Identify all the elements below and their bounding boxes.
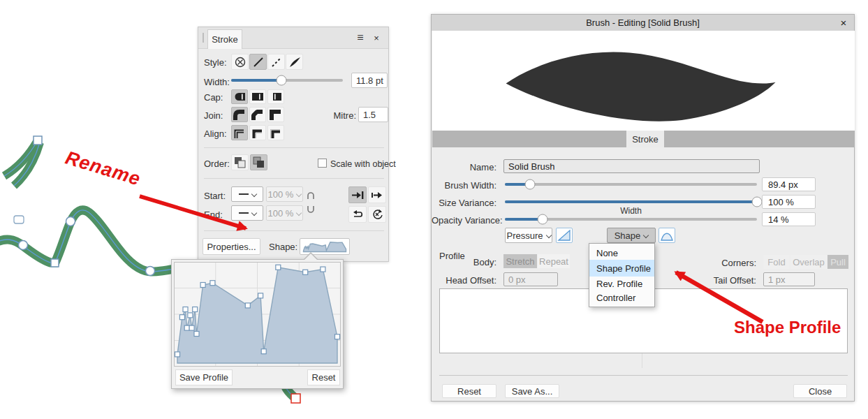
cap-label: Cap:: [204, 92, 223, 103]
shape-profile-button[interactable]: [659, 228, 675, 243]
profile-control-point[interactable]: [193, 307, 198, 312]
profile-control-point[interactable]: [303, 270, 308, 274]
arrow-to-bar-button[interactable]: [348, 186, 367, 203]
order-behind-button[interactable]: [231, 154, 249, 170]
menu-item-rev-profile[interactable]: Rev. Profile: [589, 277, 654, 291]
chevron-down-icon: [296, 191, 302, 197]
brush-width-slider-thumb[interactable]: [525, 179, 536, 190]
order-front-button[interactable]: [250, 154, 267, 170]
brush-width-value[interactable]: 89.4 px: [762, 177, 816, 191]
opacity-variance-slider-thumb[interactable]: [538, 214, 548, 225]
cap-round-button[interactable]: [231, 89, 248, 104]
size-variance-value[interactable]: 100 %: [762, 195, 816, 209]
path-end-node-selected[interactable]: [291, 394, 300, 403]
align-center-button[interactable]: [231, 125, 248, 140]
tab-stroke[interactable]: Stroke: [626, 131, 664, 147]
stroke-width-value[interactable]: 11.8 pt: [351, 73, 388, 88]
align-outside-button[interactable]: [267, 125, 284, 140]
dialog-close-button[interactable]: ×: [837, 16, 850, 29]
size-variance-slider[interactable]: [505, 197, 757, 207]
vector-path-segment[interactable]: [4, 140, 38, 176]
body-repeat-button[interactable]: Repeat: [538, 254, 570, 268]
join-round-button[interactable]: [231, 107, 248, 122]
opacity-variance-value[interactable]: 14 %: [762, 212, 816, 226]
align-inside-button[interactable]: [249, 125, 266, 140]
chevron-down-icon: [251, 210, 256, 216]
start-percent-dropdown[interactable]: 100 %: [266, 186, 303, 202]
profile-control-point[interactable]: [183, 307, 188, 312]
body-stretch-button[interactable]: Stretch: [503, 254, 537, 268]
style-dashed-button[interactable]: [267, 54, 285, 70]
menu-item-none[interactable]: None: [589, 246, 654, 260]
profile-control-point[interactable]: [188, 313, 193, 318]
path-node[interactable]: [34, 136, 42, 145]
profile-control-point[interactable]: [335, 335, 340, 339]
reset-profile-button[interactable]: Reset: [307, 369, 340, 385]
corners-overlap-button[interactable]: Overlap: [790, 255, 827, 269]
reset-button[interactable]: Reset: [442, 384, 496, 398]
corners-pull-button[interactable]: Pull: [827, 255, 848, 269]
profile-control-point[interactable]: [258, 293, 263, 298]
opacity-variance-slider[interactable]: [505, 214, 757, 224]
panel-menu-button[interactable]: ≡: [353, 31, 367, 44]
join-bevel-button[interactable]: [249, 107, 266, 122]
pressure-profile-button[interactable]: [556, 228, 573, 243]
name-input[interactable]: Solid Brush: [503, 159, 760, 173]
tab-stroke[interactable]: Stroke: [207, 29, 242, 49]
profile-control-point[interactable]: [261, 349, 266, 354]
profile-control-point[interactable]: [179, 315, 184, 320]
style-brush-button[interactable]: [286, 54, 303, 70]
butt-cap-icon: [269, 91, 283, 102]
reverse-path-button[interactable]: [348, 206, 367, 223]
save-profile-button[interactable]: Save Profile: [175, 369, 233, 385]
profile-control-point[interactable]: [321, 267, 325, 272]
scale-with-object-checkbox[interactable]: [318, 159, 327, 168]
tail-offset-input[interactable]: 1 px: [763, 272, 815, 286]
join-miter-button[interactable]: [267, 107, 284, 122]
end-percent-dropdown[interactable]: 100 %: [266, 205, 303, 221]
path-node[interactable]: [146, 267, 155, 276]
close-button[interactable]: Close: [793, 384, 847, 398]
path-node[interactable]: [51, 259, 59, 267]
style-solid-button[interactable]: [249, 54, 267, 70]
mitre-label: Mitre:: [325, 110, 356, 121]
cap-butt-button[interactable]: [267, 89, 284, 104]
panel-grip[interactable]: [203, 33, 204, 43]
shape-dropdown[interactable]: Shape: [607, 228, 656, 243]
stroke-width-slider-thumb[interactable]: [277, 75, 287, 86]
profile-control-point[interactable]: [189, 325, 194, 330]
hamburger-icon: ≡: [357, 31, 363, 44]
link-arrows-icon[interactable]: [307, 192, 315, 214]
vector-path-segment[interactable]: [14, 142, 40, 186]
brush-width-slider[interactable]: [505, 179, 757, 189]
reset-defaults-button[interactable]: [368, 206, 386, 223]
corners-fold-button[interactable]: Fold: [763, 255, 790, 269]
menu-item-controller[interactable]: Controller: [589, 291, 654, 304]
path-node[interactable]: [66, 217, 75, 226]
profile-graph-editor[interactable]: [174, 262, 341, 367]
path-node[interactable]: [19, 241, 28, 250]
path-centerline: [4, 140, 38, 176]
profile-control-point[interactable]: [194, 332, 199, 337]
head-offset-input[interactable]: 0 px: [503, 272, 558, 286]
profile-control-point[interactable]: [276, 265, 281, 270]
arrow-plain-button[interactable]: [368, 186, 386, 203]
stroke-width-slider[interactable]: [231, 75, 343, 85]
profile-control-point[interactable]: [245, 303, 250, 308]
properties-button[interactable]: Properties...: [203, 238, 260, 255]
path-handle[interactable]: [14, 216, 24, 223]
style-none-button[interactable]: [231, 54, 249, 70]
profile-control-point[interactable]: [175, 352, 180, 357]
pressure-dropdown[interactable]: Pressure: [505, 228, 552, 243]
start-style-dropdown[interactable]: [231, 186, 263, 202]
mitre-value[interactable]: 1.5: [358, 107, 388, 122]
menu-item-shape-profile[interactable]: Shape Profile: [589, 260, 654, 277]
profile-control-point[interactable]: [184, 325, 189, 330]
end-style-dropdown[interactable]: [231, 205, 263, 221]
dialog-titlebar[interactable]: Brush - Editing [Solid Brush] ×: [432, 15, 854, 31]
profile-control-point[interactable]: [210, 281, 215, 286]
cap-square-button[interactable]: [249, 89, 266, 104]
profile-control-point[interactable]: [200, 283, 205, 288]
save-as-button[interactable]: Save As...: [505, 384, 559, 398]
panel-close-button[interactable]: ×: [369, 31, 383, 44]
